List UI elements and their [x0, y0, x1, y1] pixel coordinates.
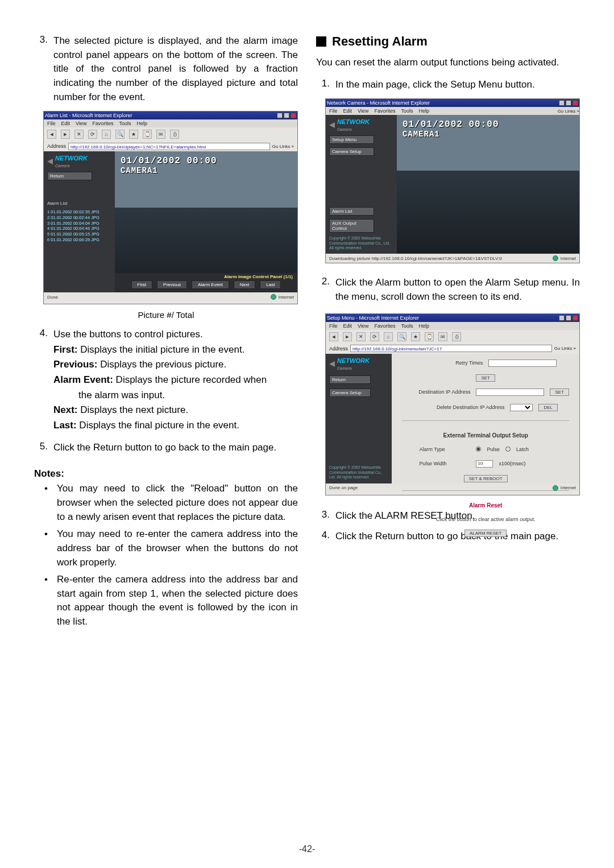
search-icon[interactable]: 🔍 — [397, 332, 406, 341]
delete-dest-select[interactable] — [510, 404, 533, 411]
history-icon[interactable]: ⌚ — [143, 130, 152, 139]
list-number: 1. — [316, 78, 330, 92]
alarm-reset-desc: Click the button to clear active alarm o… — [402, 516, 569, 522]
print-icon[interactable]: ⎙ — [170, 130, 179, 139]
alarm-list-item[interactable]: 5 01.01.2002 00:05:15 JPG — [47, 232, 111, 237]
search-icon[interactable]: 🔍 — [115, 130, 125, 139]
menu-favorites[interactable]: Favorites — [92, 121, 113, 126]
close-icon[interactable] — [572, 315, 578, 321]
alarm-list-item[interactable]: 1 01.01.2002 00:02:35 JPG — [47, 209, 111, 215]
return-button[interactable]: Return — [329, 375, 371, 384]
home-icon[interactable]: ⌂ — [102, 130, 111, 139]
address-right[interactable]: Go Links » — [554, 346, 576, 351]
logo-sub: Camera — [337, 366, 352, 370]
logo-network-camera: NETWORK Camera — [329, 118, 393, 132]
back-icon[interactable]: ◄ — [47, 130, 56, 139]
radio-pulse[interactable] — [476, 447, 481, 452]
maximize-icon[interactable] — [566, 100, 571, 106]
menu-help[interactable]: Help — [418, 108, 429, 114]
list-number: 5. — [34, 441, 48, 455]
alarm-list-item[interactable]: 3 01.01.2002 00:04:04 JPG — [47, 221, 111, 226]
menu-help[interactable]: Help — [418, 323, 429, 329]
logo-top: NETWORK — [337, 357, 370, 364]
camera-setup-button[interactable]: Camera Setup — [329, 147, 374, 156]
minimize-icon[interactable] — [559, 315, 565, 321]
retry-times-input[interactable] — [488, 359, 557, 367]
stop-icon[interactable]: ✕ — [356, 332, 366, 341]
alarm-control-panel-title: Alarm Image Control Panel (1/1) — [115, 273, 297, 280]
first-button[interactable]: First — [131, 280, 153, 289]
refresh-icon[interactable]: ⟳ — [88, 130, 97, 139]
address-input[interactable]: http://192.168.0.10/cgi-bin/menudwn?JC=1… — [350, 345, 552, 352]
maximize-icon[interactable] — [284, 113, 289, 118]
maximize-icon[interactable] — [566, 315, 571, 321]
alarm-type-label: Alarm Type — [419, 447, 470, 452]
menu-favorites[interactable]: Favorites — [374, 323, 395, 329]
forward-icon[interactable]: ► — [343, 332, 352, 341]
alarm-event-button[interactable]: Alarm Event — [192, 280, 229, 289]
menu-tools[interactable]: Tools — [401, 108, 413, 114]
step3-text: The selected picture is displayed, and t… — [53, 34, 298, 104]
setup-menu-button[interactable]: Setup Menu — [329, 135, 374, 144]
note-item: Re-enter the camera address into the add… — [57, 573, 298, 629]
pulse-width-input[interactable]: 10 — [476, 460, 493, 468]
close-icon[interactable] — [291, 113, 296, 118]
logo-network-camera: NETWORK Camera — [329, 357, 388, 371]
address-input[interactable]: http://192.168.0.10/cgi-bin/dplayex=1;NC… — [68, 143, 270, 150]
menu-help[interactable]: Help — [136, 121, 147, 126]
set-reboot-button[interactable]: SET & REBOOT — [464, 475, 508, 482]
home-icon[interactable]: ⌂ — [384, 332, 393, 341]
forward-icon[interactable]: ► — [61, 130, 70, 139]
favorites-icon[interactable]: ★ — [129, 130, 138, 139]
print-icon[interactable]: ⎙ — [452, 332, 461, 341]
set-button-2[interactable]: SET — [550, 388, 569, 396]
set-button[interactable]: SET — [476, 374, 495, 382]
menu-edit[interactable]: Edit — [61, 121, 70, 126]
alarm-reset-button[interactable]: ALARM RESET — [464, 530, 507, 537]
menu-file[interactable]: File — [47, 121, 56, 126]
menu-edit[interactable]: Edit — [343, 108, 352, 114]
menu-view[interactable]: View — [76, 121, 86, 126]
radio-latch[interactable] — [505, 447, 511, 452]
camera-setup-button[interactable]: Camera Setup — [329, 388, 371, 397]
history-icon[interactable]: ⌚ — [425, 332, 434, 341]
alarm-list-button[interactable]: Alarm List — [329, 207, 374, 216]
status-left: Done on page — [329, 485, 358, 490]
address-right[interactable]: Go Links » — [272, 144, 294, 149]
alarm-list-item[interactable]: 4 01.01.2002 00:04:46 JPG — [47, 226, 111, 232]
mail-icon[interactable]: ✉ — [438, 332, 447, 341]
mail-icon[interactable]: ✉ — [156, 130, 165, 139]
return-button[interactable]: Return — [47, 172, 92, 180]
window-title: Network Camera - Microsoft Internet Expl… — [327, 100, 430, 106]
refresh-icon[interactable]: ⟳ — [370, 332, 379, 341]
last-button[interactable]: Last — [260, 280, 281, 289]
menu-view[interactable]: View — [358, 323, 368, 329]
logo-top: NETWORK — [55, 155, 88, 162]
camera-overlay-name: CAMERA1 — [121, 166, 217, 175]
minimize-icon[interactable] — [559, 100, 565, 106]
stop-icon[interactable]: ✕ — [74, 130, 84, 139]
addr-right[interactable]: Go Links » — [558, 109, 579, 114]
label-next: Next: — [53, 404, 78, 415]
close-icon[interactable] — [572, 100, 578, 106]
favorites-icon[interactable]: ★ — [411, 332, 420, 341]
next-button[interactable]: Next — [234, 280, 255, 289]
previous-button[interactable]: Previous — [157, 280, 187, 289]
menu-favorites[interactable]: Favorites — [374, 108, 395, 114]
del-button[interactable]: DEL — [538, 404, 558, 411]
menu-file[interactable]: File — [329, 108, 338, 114]
aux-output-button[interactable]: AUX Output Control — [329, 219, 374, 233]
text-previous: Displays the previous picture. — [97, 359, 226, 370]
menu-tools[interactable]: Tools — [119, 121, 131, 126]
menu-file[interactable]: File — [329, 323, 338, 329]
minimize-icon[interactable] — [277, 113, 283, 118]
alarm-list-item[interactable]: 6 01.01.2002 00:06:28 JPG — [47, 237, 111, 243]
menu-edit[interactable]: Edit — [343, 323, 352, 329]
back-icon[interactable]: ◄ — [329, 332, 338, 341]
text-first: Displays the initial picture in the even… — [78, 344, 245, 355]
alarm-list-item[interactable]: 2 01.01.2002 00:02:44 JPG — [47, 215, 111, 221]
menu-tools[interactable]: Tools — [401, 323, 413, 329]
menu-view[interactable]: View — [358, 108, 368, 114]
radio-latch-label: Latch — [516, 447, 529, 452]
dest-ip-input[interactable] — [476, 388, 544, 396]
